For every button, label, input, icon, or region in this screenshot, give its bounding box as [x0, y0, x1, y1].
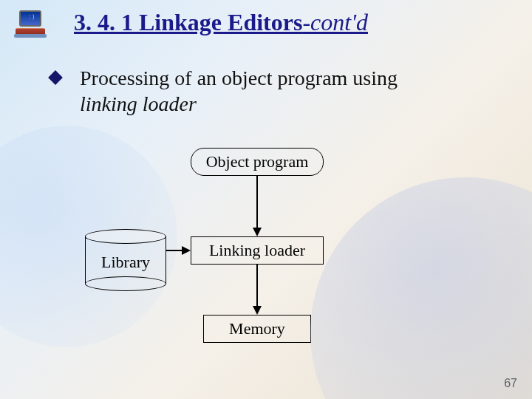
memory-node: Memory: [203, 315, 311, 343]
title-suffix: -cont'd: [302, 9, 368, 35]
arrow-object-to-loader: [256, 176, 258, 229]
slide-title: 3. 4. 1 Linkage Editors-cont'd: [74, 9, 368, 36]
linking-loader-label: Linking loader: [209, 241, 305, 260]
diamond-bullet-icon: [48, 70, 63, 85]
computer-icon: : ): [12, 10, 49, 38]
bullet-emphasis: linking loader: [80, 92, 197, 115]
library-node: Library: [85, 229, 166, 291]
page-number: 67: [504, 377, 517, 390]
arrow-head-down-icon: [253, 228, 262, 236]
arrow-loader-to-memory: [256, 265, 258, 307]
linking-loader-node: Linking loader: [191, 236, 324, 265]
library-label: Library: [85, 253, 166, 272]
arrow-head-down-icon: [253, 306, 262, 315]
object-program-node: Object program: [191, 148, 324, 176]
object-program-label: Object program: [206, 152, 309, 171]
bullet-item: Processing of an object program using li…: [50, 65, 494, 117]
title-section-number: 3. 4. 1: [74, 9, 133, 35]
memory-label: Memory: [229, 319, 285, 338]
bullet-lead: Processing of an object program using: [80, 66, 398, 89]
arrow-head-right-icon: [182, 246, 191, 255]
bullet-text: Processing of an object program using li…: [80, 65, 494, 117]
linking-loader-diagram: Object program Linking loader Memory Lib…: [0, 0, 532, 399]
arrow-library-to-loader: [166, 250, 183, 251]
title-main: Linkage Editors: [139, 9, 302, 35]
